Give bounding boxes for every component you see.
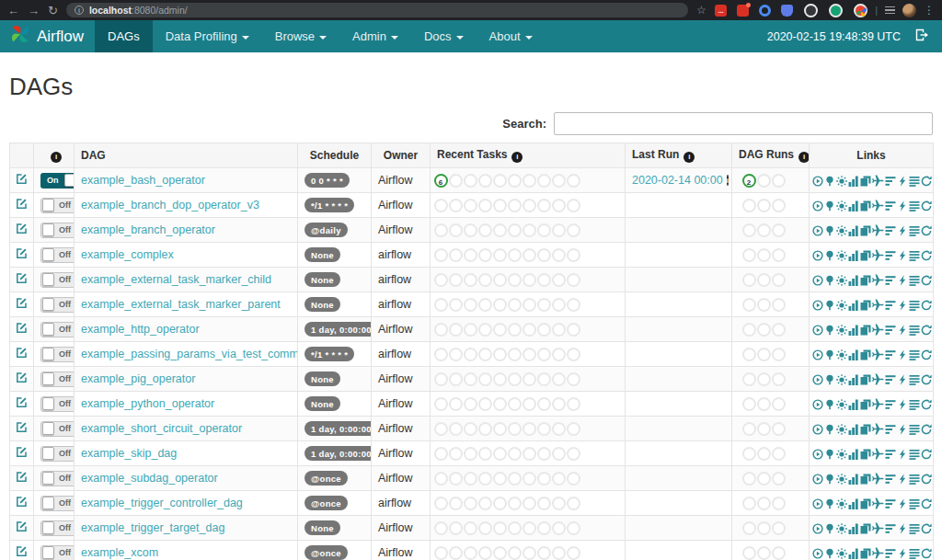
status-circle-empty[interactable] xyxy=(434,199,448,212)
status-circle-empty[interactable] xyxy=(523,348,536,361)
status-circle-empty[interactable] xyxy=(772,372,786,386)
status-circle-empty[interactable] xyxy=(537,298,551,312)
landing-times-icon[interactable] xyxy=(872,398,884,410)
status-circle-empty[interactable] xyxy=(523,397,536,411)
status-circle-empty[interactable] xyxy=(523,447,536,461)
landing-times-icon[interactable] xyxy=(872,448,884,460)
status-circle-empty[interactable] xyxy=(757,199,771,212)
logs-icon[interactable] xyxy=(909,275,920,286)
refresh-icon[interactable] xyxy=(921,498,932,509)
code-view-icon[interactable] xyxy=(897,399,908,410)
status-circle-empty[interactable] xyxy=(567,348,580,361)
logs-icon[interactable] xyxy=(909,250,920,261)
nav-item-browse[interactable]: Browse xyxy=(262,20,339,52)
refresh-icon[interactable] xyxy=(921,325,932,336)
gantt-icon[interactable] xyxy=(885,548,896,559)
status-circle-empty[interactable] xyxy=(537,348,551,361)
status-circle-empty[interactable] xyxy=(493,199,507,212)
code-view-icon[interactable] xyxy=(897,349,908,360)
delete-dag-icon[interactable] xyxy=(933,473,934,485)
task-duration-icon[interactable] xyxy=(848,523,859,534)
extension-dark-circle[interactable] xyxy=(804,4,818,17)
back-arrow-icon[interactable]: ← xyxy=(7,5,19,17)
status-circle-empty[interactable] xyxy=(464,298,477,312)
status-circle-empty[interactable] xyxy=(493,472,507,486)
task-tries-icon[interactable] xyxy=(860,225,871,236)
landing-times-icon[interactable] xyxy=(872,249,884,261)
logs-icon[interactable] xyxy=(909,300,920,311)
status-circle-empty[interactable] xyxy=(552,447,566,461)
status-circle-empty[interactable] xyxy=(508,298,522,312)
status-circle-empty[interactable] xyxy=(772,199,786,212)
status-circle-empty[interactable] xyxy=(508,273,522,287)
task-tries-icon[interactable] xyxy=(860,349,871,360)
landing-times-icon[interactable] xyxy=(872,423,884,435)
tree-view-icon[interactable] xyxy=(824,300,835,311)
status-circle-empty[interactable] xyxy=(493,497,507,510)
schedule-badge[interactable]: @daily xyxy=(304,223,348,237)
graph-view-icon[interactable] xyxy=(836,474,847,485)
status-circle-empty[interactable] xyxy=(493,298,507,312)
graph-view-icon[interactable] xyxy=(836,250,847,261)
code-view-icon[interactable] xyxy=(897,275,908,286)
status-circle-empty[interactable] xyxy=(757,323,771,337)
schedule-badge[interactable]: 0 0 * * * xyxy=(304,173,350,188)
schedule-badge[interactable]: */1 * * * * xyxy=(304,198,354,212)
status-circle-empty[interactable] xyxy=(742,422,756,436)
task-tries-icon[interactable] xyxy=(860,374,871,385)
status-circle-empty[interactable] xyxy=(537,472,551,486)
gantt-icon[interactable] xyxy=(885,474,896,485)
status-circle-empty[interactable] xyxy=(508,248,522,262)
schedule-badge[interactable]: None xyxy=(304,396,340,411)
tree-view-icon[interactable] xyxy=(824,176,835,187)
logs-icon[interactable] xyxy=(909,548,920,559)
logs-icon[interactable] xyxy=(909,200,920,211)
trigger-dag-icon[interactable] xyxy=(812,200,823,211)
status-circle-empty[interactable] xyxy=(434,323,448,337)
status-circle-empty[interactable] xyxy=(493,372,507,386)
status-circle-empty[interactable] xyxy=(523,273,536,287)
status-circle-empty[interactable] xyxy=(523,422,536,436)
status-circle-empty[interactable] xyxy=(493,273,507,287)
status-circle-empty[interactable] xyxy=(537,248,551,262)
tree-view-icon[interactable] xyxy=(824,523,835,534)
tree-view-icon[interactable] xyxy=(824,424,835,435)
dag-pause-toggle[interactable]: Off xyxy=(40,371,75,387)
refresh-icon[interactable] xyxy=(921,523,932,534)
delete-dag-icon[interactable] xyxy=(933,448,934,460)
task-tries-icon[interactable] xyxy=(860,399,871,410)
status-circle-empty[interactable] xyxy=(449,546,463,560)
gantt-icon[interactable] xyxy=(885,449,896,460)
edit-dag-icon[interactable] xyxy=(16,446,28,458)
dag-pause-toggle[interactable]: Off xyxy=(40,396,75,412)
status-circle-empty[interactable] xyxy=(567,521,580,535)
delete-dag-icon[interactable] xyxy=(933,398,934,410)
code-view-icon[interactable] xyxy=(897,250,908,261)
trigger-dag-icon[interactable] xyxy=(812,498,823,509)
status-circle-empty[interactable] xyxy=(567,223,580,237)
status-circle-empty[interactable] xyxy=(478,397,492,411)
status-circle-empty[interactable] xyxy=(464,497,477,510)
landing-times-icon[interactable] xyxy=(872,522,884,534)
status-circle-empty[interactable] xyxy=(757,422,771,436)
nav-item-docs[interactable]: Docs xyxy=(411,20,477,52)
status-circle-empty[interactable] xyxy=(742,472,756,486)
trigger-dag-icon[interactable] xyxy=(812,275,823,286)
task-duration-icon[interactable] xyxy=(848,449,859,460)
status-circle-empty[interactable] xyxy=(508,223,522,237)
status-circle-empty[interactable] xyxy=(552,273,566,287)
status-circle-empty[interactable] xyxy=(449,348,463,361)
status-circle-empty[interactable] xyxy=(567,422,580,436)
gantt-icon[interactable] xyxy=(885,399,896,410)
status-circle-empty[interactable] xyxy=(537,174,551,188)
status-circle-empty[interactable] xyxy=(493,521,507,535)
status-circle-empty[interactable] xyxy=(772,323,786,337)
status-circle-empty[interactable] xyxy=(552,497,566,510)
edit-dag-icon[interactable] xyxy=(16,223,28,234)
gantt-icon[interactable] xyxy=(885,349,896,360)
edit-dag-icon[interactable] xyxy=(16,421,28,433)
status-circle-empty[interactable] xyxy=(742,273,756,287)
status-circle-empty[interactable] xyxy=(567,447,580,461)
dag-name-link[interactable]: example_passing_params_via_test_command xyxy=(81,348,298,360)
code-view-icon[interactable] xyxy=(897,548,908,559)
